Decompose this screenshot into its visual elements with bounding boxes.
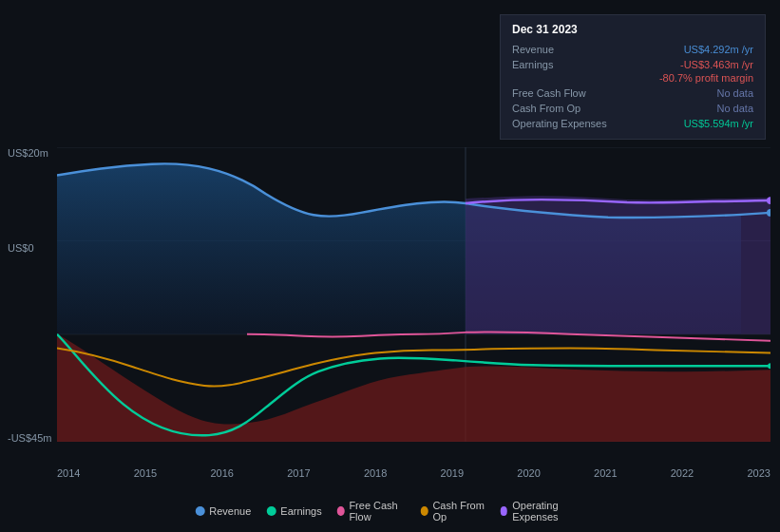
profit-margin-value: -80.7% profit margin xyxy=(659,72,753,84)
margin-row: -80.7% profit margin xyxy=(512,72,753,86)
free-cash-flow-label: Free Cash Flow xyxy=(512,87,626,99)
legend-item-cash-from-op[interactable]: Cash From Op xyxy=(421,500,485,522)
x-label-2014: 2014 xyxy=(57,467,80,479)
tooltip-box: Dec 31 2023 Revenue US$4.292m /yr Earnin… xyxy=(500,14,766,140)
legend-item-free-cash-flow[interactable]: Free Cash Flow xyxy=(337,500,406,522)
chart-legend: Revenue Earnings Free Cash Flow Cash Fro… xyxy=(195,500,585,522)
x-label-2015: 2015 xyxy=(134,467,157,479)
main-chart-svg xyxy=(57,147,770,442)
legend-item-revenue[interactable]: Revenue xyxy=(195,505,251,517)
x-label-2017: 2017 xyxy=(287,467,310,479)
earnings-value: -US$3.463m /yr xyxy=(680,59,753,70)
revenue-value: US$4.292m /yr xyxy=(684,44,753,55)
cash-from-op-value: No data xyxy=(716,103,753,114)
legend-label-free-cash-flow: Free Cash Flow xyxy=(349,500,405,522)
operating-expenses-label: Operating Expenses xyxy=(512,118,626,129)
operating-expenses-value: US$5.594m /yr xyxy=(684,118,753,129)
svg-point-7 xyxy=(768,363,770,369)
cash-from-op-row: Cash From Op No data xyxy=(512,101,753,116)
y-label-bottom: -US$45m xyxy=(8,432,51,444)
tooltip-date: Dec 31 2023 xyxy=(512,23,753,36)
legend-label-revenue: Revenue xyxy=(209,505,251,517)
legend-dot-free-cash-flow xyxy=(337,506,345,516)
legend-label-earnings: Earnings xyxy=(280,505,321,517)
x-label-2018: 2018 xyxy=(364,467,387,479)
legend-item-earnings[interactable]: Earnings xyxy=(266,505,321,517)
legend-dot-operating-expenses xyxy=(501,506,508,516)
revenue-row: Revenue US$4.292m /yr xyxy=(512,42,753,57)
legend-label-cash-from-op: Cash From Op xyxy=(432,500,485,522)
x-label-2020: 2020 xyxy=(517,467,540,479)
legend-dot-revenue xyxy=(195,506,204,516)
legend-dot-cash-from-op xyxy=(421,506,428,516)
earnings-label: Earnings xyxy=(512,59,626,70)
free-cash-flow-row: Free Cash Flow No data xyxy=(512,86,753,101)
y-label-mid: US$0 xyxy=(8,242,34,254)
x-label-2022: 2022 xyxy=(671,467,694,479)
cash-from-op-label: Cash From Op xyxy=(512,103,626,114)
x-axis-labels: 2014 2015 2016 2017 2018 2019 2020 2021 … xyxy=(57,467,770,479)
legend-dot-earnings xyxy=(266,506,276,516)
y-label-top: US$20m xyxy=(8,147,48,159)
revenue-label: Revenue xyxy=(512,44,626,55)
x-label-2016: 2016 xyxy=(210,467,233,479)
legend-label-operating-expenses: Operating Expenses xyxy=(512,500,585,522)
free-cash-flow-value: No data xyxy=(716,87,753,99)
earnings-row: Earnings -US$3.463m /yr xyxy=(512,57,753,72)
x-label-2019: 2019 xyxy=(441,467,464,479)
operating-expenses-row: Operating Expenses US$5.594m /yr xyxy=(512,116,753,131)
chart-container: Dec 31 2023 Revenue US$4.292m /yr Earnin… xyxy=(0,0,780,532)
x-label-2023: 2023 xyxy=(747,467,770,479)
x-label-2021: 2021 xyxy=(594,467,617,479)
legend-item-operating-expenses[interactable]: Operating Expenses xyxy=(501,500,585,522)
